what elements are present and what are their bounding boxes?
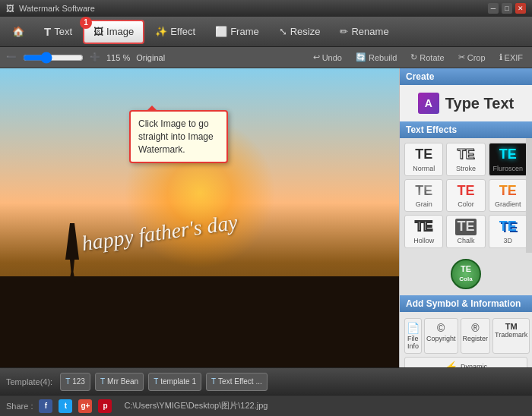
exif-button[interactable]: ℹ EXIF [496, 51, 526, 64]
image-button[interactable]: 🖼 Image [83, 20, 144, 44]
rename-icon: ✏ [340, 26, 348, 37]
te-fluores: TE [499, 147, 517, 163]
rotate-button[interactable]: ↻ Rotate [407, 51, 447, 64]
selected-effect-circle[interactable]: TECola [451, 259, 481, 289]
te-hollow: TE [415, 219, 432, 235]
effect-label: Effect [170, 26, 195, 37]
frame-icon: ⬜ [215, 26, 227, 37]
effects-grid: TE Normal TE Stroke TE Fluroscen [400, 138, 532, 253]
effect-3d[interactable]: TE 3D [489, 215, 527, 248]
template-text-2: Mrr Bean [107, 377, 138, 386]
template-text-1: 123 [72, 377, 85, 386]
symbol-copyright[interactable]: © Copyright [424, 318, 458, 354]
template-icon-2: T [100, 377, 105, 386]
effects-scrollbar[interactable] [526, 138, 532, 253]
home-icon: 🏠 [12, 26, 24, 37]
zoom-plus-icon[interactable]: ➕ [90, 52, 100, 62]
filepath: C:\Users\YMIGE\Desktop\图片\122.jpg [124, 400, 268, 411]
minimize-button[interactable]: ─ [488, 3, 499, 14]
template-text-3: template 1 [160, 377, 196, 386]
effect-grain[interactable]: TE Grain [404, 179, 443, 213]
effect-stroke[interactable]: TE Stroke [446, 143, 485, 176]
canvas-area[interactable]: happy father's day Click Image to go str… [0, 68, 399, 367]
text-effects-header: Text Effects [400, 121, 532, 138]
tooltip-box: Click Image to go straight into Image Wa… [129, 110, 228, 163]
add-symbol-section: 📄 FileInfo © Copyright ® Register TM Tra… [400, 312, 532, 367]
te-grain: TE [415, 183, 432, 200]
resize-icon: ⤡ [279, 26, 287, 37]
close-button[interactable]: ✕ [515, 3, 526, 14]
resize-button[interactable]: ⤡ Resize [270, 20, 330, 44]
rename-label: Rename [351, 26, 388, 37]
effect-color[interactable]: TE Color [446, 179, 485, 213]
rotate-icon: ↻ [410, 52, 417, 62]
text-label: Text [54, 26, 72, 37]
template-123[interactable]: T 123 [60, 373, 90, 391]
exif-icon: ℹ [499, 52, 502, 62]
googleplus-button[interactable]: g+ [78, 399, 92, 413]
zoom-level: 115 % [106, 53, 130, 62]
selected-effect-label: TECola [459, 264, 472, 283]
image-icon: 🖼 [93, 26, 103, 37]
symbol-register[interactable]: ® Register [461, 318, 491, 354]
dynamic-icon: 📄 [407, 322, 420, 334]
effect-normal[interactable]: TE Normal [404, 143, 443, 176]
add-symbol-header: Add Symbol & Information [400, 295, 532, 312]
zoom-slider[interactable] [23, 52, 84, 64]
twitter-button[interactable]: t [59, 399, 72, 413]
effect-button[interactable]: ✨ Effect [146, 20, 204, 44]
facebook-button[interactable]: f [39, 399, 52, 413]
zoombar: ➖ ➕ 115 % Original ↩ Undo 🔄 Rebuild ↻ Ro… [0, 47, 532, 68]
type-text-header[interactable]: A Type Text [400, 85, 532, 121]
pinterest-button[interactable]: p [98, 399, 112, 413]
te-color: TE [457, 183, 474, 200]
app-title: Watermark Software [19, 4, 95, 13]
dynamic-row-label: Dynamic [461, 363, 487, 367]
effect-gradient[interactable]: TE Gradient [489, 179, 527, 213]
right-panel-inner: Create A Type Text Text Effects TE Norma… [400, 68, 532, 367]
template-icon-1: T [65, 377, 70, 386]
te-normal: TE [415, 147, 432, 163]
effect-icon: ✨ [155, 26, 167, 37]
copyright-label: Copyright [426, 335, 456, 342]
text-button[interactable]: T Text [35, 20, 81, 44]
image-badge: 1 [80, 17, 92, 29]
te-gradient: TE [499, 183, 517, 200]
template-mrbean[interactable]: T Mrr Bean [95, 373, 144, 391]
template-effect[interactable]: T Text Effect ... [206, 373, 268, 391]
crop-icon: ✂ [458, 52, 465, 62]
register-label: Register [463, 335, 489, 342]
effect-hollow[interactable]: TE Hollow [404, 215, 443, 248]
register-icon: ® [471, 322, 479, 334]
maximize-button[interactable]: □ [502, 3, 512, 14]
create-header: Create [400, 68, 532, 85]
zoom-minus-icon[interactable]: ➖ [6, 52, 17, 62]
symbol-trademark[interactable]: TM Trademark [492, 318, 530, 354]
share-label: Share : [6, 402, 33, 411]
crop-button[interactable]: ✂ Crop [455, 51, 489, 64]
frame-label: Frame [230, 26, 259, 37]
template-1[interactable]: T template 1 [148, 373, 201, 391]
tooltip-text: Click Image to go straight into Image Wa… [138, 118, 214, 155]
template-icon-4: T [211, 377, 216, 386]
app-icon: 🖼 [6, 4, 14, 13]
rebuild-button[interactable]: 🔄 Rebuild [353, 51, 400, 64]
dynamic-label: FileInfo [407, 335, 419, 350]
toolbar: 🏠 T Text 🖼 Image 1 ✨ Effect ⬜ Frame ⤡ Re… [0, 17, 532, 47]
template-bar: Template(4): T 123 T Mrr Bean T template… [0, 367, 532, 395]
symbol-dynamic[interactable]: 📄 FileInfo [404, 318, 422, 354]
undo-button[interactable]: ↩ Undo [310, 51, 345, 64]
statusbar: Share : f t g+ p C:\Users\YMIGE\Desktop\… [0, 395, 532, 416]
titlebar: 🖼 Watermark Software ─ □ ✕ [0, 0, 532, 17]
home-button[interactable]: 🏠 [3, 20, 33, 44]
symbol-dynamic-row[interactable]: ⚡ Dynamic [404, 357, 527, 367]
template-icon-3: T [154, 377, 158, 386]
frame-button[interactable]: ⬜ Frame [206, 20, 268, 44]
effect-fluores[interactable]: TE Fluroscen [489, 143, 527, 176]
effect-chalk[interactable]: TE Chalk [446, 215, 485, 248]
type-text-label: Type Text [445, 95, 514, 112]
rename-button[interactable]: ✏ Rename [331, 20, 397, 44]
copyright-icon: © [437, 322, 445, 334]
rebuild-icon: 🔄 [356, 52, 366, 62]
template-text-4: Text Effect ... [218, 377, 262, 386]
